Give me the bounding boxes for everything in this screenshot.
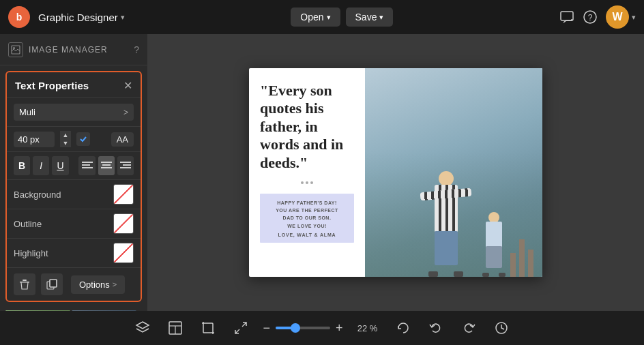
duplicate-icon [46, 279, 57, 290]
tp-header: Text Properties ✕ [7, 72, 141, 98]
size-up-button[interactable]: ▲ [60, 131, 71, 139]
thumbnail-1[interactable] [5, 310, 70, 311]
user-menu[interactable]: W ▾ [606, 5, 636, 29]
avatar[interactable]: W [606, 5, 629, 29]
topbar-right: ? W ▾ [559, 5, 636, 29]
card-subtitle: HAPPY FATHER'S DAY! YOU ARE THE PERFECT … [267, 199, 347, 230]
person-adult [427, 171, 465, 277]
delete-button[interactable] [14, 273, 35, 295]
card-quote[interactable]: "Every son quotes his father, in words a… [260, 82, 354, 172]
crop-button[interactable] [197, 317, 219, 339]
layout-icon [168, 320, 183, 335]
align-center-button[interactable] [98, 156, 115, 175]
options-button[interactable]: Options > [71, 275, 125, 294]
tp-size-row: 40 px ▲ ▼ AA [7, 127, 141, 152]
duplicate-button[interactable] [41, 273, 63, 295]
italic-button[interactable]: I [33, 156, 49, 175]
zoom-area: − + [263, 321, 342, 335]
font-size-stepper: ▲ ▼ [60, 131, 71, 147]
background-color-swatch[interactable] [113, 184, 134, 205]
canvas-area[interactable]: "Every son quotes his father, in words a… [147, 34, 644, 311]
logo[interactable]: b [8, 6, 30, 28]
undo-button[interactable] [425, 317, 447, 339]
bold-button[interactable]: B [14, 156, 30, 175]
layers-icon [135, 320, 150, 335]
image-thumbnails [0, 308, 147, 311]
card-signature: LOVE, WALT & ALMA [267, 230, 347, 237]
card-photo [365, 68, 542, 277]
dot-2 [306, 181, 308, 184]
highlight-label: Highlight [14, 248, 48, 258]
bottom-bar: − + 22 % [0, 311, 644, 345]
history-button[interactable] [491, 317, 512, 339]
dot-1 [301, 181, 304, 184]
layers-button[interactable] [132, 317, 153, 339]
image-manager-bar: IMAGE MANAGER ? [0, 34, 147, 65]
aa-button[interactable]: AA [111, 132, 134, 147]
card-left: "Every son quotes his father, in words a… [249, 68, 365, 277]
thumb-row-1 [0, 308, 147, 311]
open-button[interactable]: Open ▾ [291, 7, 340, 27]
font-arrow: > [123, 108, 128, 117]
image-manager-label: IMAGE MANAGER [29, 45, 128, 55]
tp-highlight-row: Highlight [7, 239, 141, 268]
topbar-center: Open ▾ Save ▾ [133, 7, 551, 27]
zoom-slider-fill [276, 327, 292, 329]
zoom-plus-button[interactable]: + [336, 321, 343, 335]
svg-marker-19 [136, 322, 149, 329]
highlight-color-swatch[interactable] [113, 243, 134, 263]
tp-close-button[interactable]: ✕ [123, 79, 132, 92]
delete-icon [19, 279, 30, 290]
dot-3 [310, 181, 313, 184]
undo-icon [428, 320, 443, 335]
tp-footer: Options > [7, 268, 141, 301]
background-label: Background [14, 190, 61, 200]
app-title-chevron: ▾ [121, 13, 125, 22]
loop-button[interactable] [392, 317, 414, 339]
image-manager-icon [8, 42, 23, 57]
card-subtitle-box: HAPPY FATHER'S DAY! YOU ARE THE PERFECT … [260, 194, 354, 243]
chat-button[interactable] [559, 10, 574, 25]
layout-button[interactable] [164, 317, 186, 339]
svg-text:?: ? [588, 13, 593, 22]
tp-title: Text Properties [15, 80, 89, 91]
svg-rect-15 [23, 280, 27, 281]
size-down-button[interactable]: ▼ [60, 139, 71, 147]
svg-rect-23 [203, 323, 213, 333]
zoom-slider-thumb[interactable] [291, 323, 300, 333]
main-area: IMAGE MANAGER ? Text Properties ✕ Muli > [0, 34, 644, 311]
svg-line-25 [235, 329, 239, 333]
photo-simulation [365, 68, 542, 277]
outline-label: Outline [14, 219, 42, 229]
expand-icon [233, 320, 248, 335]
font-size-input[interactable]: 40 px [14, 132, 55, 147]
expand-button[interactable] [230, 317, 252, 339]
save-button[interactable]: Save ▾ [346, 7, 394, 27]
thumbnail-2[interactable] [72, 310, 136, 311]
align-left-button[interactable] [78, 156, 95, 175]
help-button[interactable]: ? [583, 10, 598, 25]
left-sidebar: IMAGE MANAGER ? Text Properties ✕ Muli > [0, 34, 147, 311]
chat-icon [559, 10, 574, 25]
underline-button[interactable]: U [52, 156, 68, 175]
image-manager-help[interactable]: ? [134, 44, 139, 55]
zoom-percentage: 22 % [354, 323, 381, 333]
outline-color-swatch[interactable] [113, 213, 134, 234]
person-child [481, 212, 507, 277]
design-card: "Every son quotes his father, in words a… [249, 68, 542, 277]
tp-background-row: Background [7, 180, 141, 209]
align-right-button[interactable] [117, 156, 134, 175]
tp-outline-row: Outline [7, 209, 141, 239]
help-icon: ? [583, 10, 598, 25]
text-properties-panel: Text Properties ✕ Muli > 40 px [5, 71, 142, 302]
font-checkbox[interactable] [76, 132, 90, 146]
redo-button[interactable] [458, 317, 480, 339]
avatar-chevron: ▾ [632, 13, 636, 22]
font-select[interactable]: Muli > [14, 104, 134, 121]
zoom-minus-button[interactable]: − [263, 321, 270, 335]
zoom-slider-track[interactable] [276, 327, 330, 329]
app-title[interactable]: Graphic Designer ▾ [38, 12, 125, 23]
tp-format-row: B I U [7, 152, 141, 180]
card-dots [260, 179, 354, 187]
loop-icon [396, 320, 411, 335]
